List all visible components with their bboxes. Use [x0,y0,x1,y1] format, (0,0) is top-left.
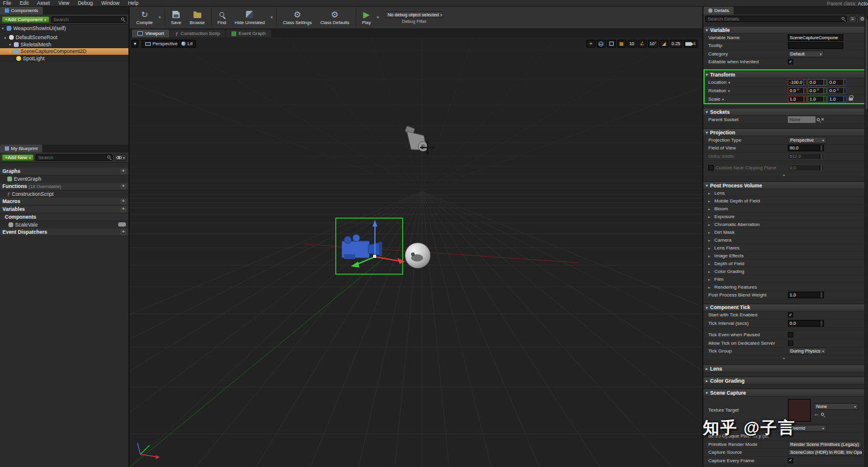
menu-window[interactable]: Window [101,0,119,6]
row-ppv-camera[interactable]: Camera [703,236,864,244]
row-ppv-lens[interactable]: Lens [703,189,864,197]
expander-icon[interactable] [708,277,712,281]
lock-icon[interactable] [849,98,853,101]
hide-unrelated-button[interactable]: Hide Unrelated [230,7,269,28]
play-options-button[interactable]: ▾ [375,7,380,28]
blend-weight-field[interactable]: 1.0 [788,292,824,298]
surface-snap-button[interactable] [607,40,616,48]
rotation-snap-value[interactable]: 10° [648,40,658,48]
functions-header[interactable]: Functions (18 Overridable) [0,183,128,190]
browse-button[interactable]: Browse [186,7,209,28]
save-button[interactable]: Save [167,7,186,28]
list-item-event-graph[interactable]: EventGraph [0,175,128,183]
menu-debug[interactable]: Debug [78,0,93,6]
reference-sphere[interactable] [405,243,430,268]
expander-icon[interactable] [708,207,712,211]
tick-group-dropdown[interactable]: During Physics [788,348,826,354]
tree-item-skeletal-mesh[interactable]: SkeletalMesh [0,41,128,48]
list-item-scalevale[interactable]: ScaleVale [0,221,128,228]
texture-target-dropdown[interactable]: None [814,403,858,410]
section-lens[interactable]: Lens [703,365,864,372]
variable-type-pill[interactable] [118,222,126,227]
near-clip-field[interactable]: 0.0 [788,165,824,171]
row-ppv-bloom[interactable]: Bloom [703,205,864,213]
fov-field[interactable]: 90.0 [788,145,824,151]
expander-icon[interactable] [9,42,13,46]
menu-file[interactable]: File [3,0,11,6]
section-sockets[interactable]: Sockets [703,108,864,116]
add-graph-button[interactable] [121,169,126,174]
add-variable-button[interactable] [121,207,126,212]
location-y-field[interactable]: 0.0 [808,79,826,86]
world-local-toggle[interactable] [597,40,606,48]
list-item-construction-script[interactable]: ƒ ConstructionScript [0,190,128,198]
lit-mode-button[interactable]: Lit [178,40,196,48]
debug-object-dropdown[interactable]: No debug object selected [385,11,443,18]
section-transform[interactable]: Transform [703,71,864,78]
add-function-button[interactable] [121,184,126,189]
expander-icon[interactable] [708,246,712,250]
tick-dedicated-checkbox[interactable] [788,340,793,346]
viewport-options-button[interactable]: ▾ [131,40,139,48]
expander-icon[interactable] [708,215,712,219]
menu-help[interactable]: Help [128,0,138,6]
expander-icon[interactable] [9,49,13,54]
variables-category-components[interactable]: Components [0,213,128,221]
components-search-input[interactable] [51,16,127,23]
details-view-options-button[interactable]: ≡ [849,16,857,22]
start-tick-checkbox[interactable] [788,312,793,318]
tab-components[interactable]: Components [0,7,43,14]
camera-speed-button[interactable]: 4 [684,40,697,48]
browse-asset-icon[interactable] [821,413,824,416]
advanced-expander[interactable] [703,172,864,177]
capture-source-dropdown[interactable]: SceneColor (HDR) in RGB, Inv Opaci [788,449,863,456]
expander-icon[interactable] [708,238,712,242]
menu-view[interactable]: View [58,0,69,6]
chevron-down-icon[interactable] [728,89,732,93]
parent-class-link[interactable]: Acto [858,1,868,7]
macros-header[interactable]: Macros [0,198,128,205]
section-post-process[interactable]: Post Process Volume [703,181,864,189]
row-ppv-color-grading[interactable]: Color Grading [703,268,864,275]
scale-snap-value[interactable]: 0.25 [670,40,682,48]
socket-search-icon[interactable] [817,118,820,121]
section-scene-capture[interactable]: Scene Capture [703,389,864,396]
row-ppv-mobile-dof[interactable]: Mobile Depth of Field [703,197,864,205]
tick-interval-field[interactable]: 0.0 [788,320,824,327]
parent-socket-field[interactable]: None [788,116,816,123]
row-ppv-image-effects[interactable]: Image Effects [703,252,864,260]
rotation-z-field[interactable]: 0.0 ° [828,87,846,94]
primitive-render-mode-dropdown[interactable]: Render Scene Primitives (Legacy) [788,441,861,448]
expander-icon[interactable] [708,230,712,234]
tree-item-spotlight[interactable]: SpotLight [0,55,128,62]
menu-edit[interactable]: Edit [20,0,29,6]
add-component-button[interactable]: +Add Component [2,16,49,23]
scale-z-field[interactable]: 1.0 [828,96,846,102]
compile-button[interactable]: ↻ Compile [132,7,157,28]
hide-unrelated-options-button[interactable]: ▾ [269,7,274,28]
add-dispatcher-button[interactable] [121,230,126,235]
row-ppv-exposure[interactable]: Exposure [703,213,864,221]
scale-snap-toggle[interactable]: ◢ [659,40,668,48]
tab-details[interactable]: Details [703,7,734,14]
transform-gizmo-button[interactable]: + [587,40,596,48]
section-variable[interactable]: Variable [703,26,864,34]
tab-viewport[interactable]: Viewport [132,30,169,37]
location-x-field[interactable]: -100.0 [788,79,807,86]
tab-my-blueprint[interactable]: My Blueprint [0,145,42,152]
class-defaults-button[interactable]: ⚙ Class Defaults [316,7,353,28]
grid-snap-toggle[interactable]: ▦ [617,40,626,48]
play-button[interactable]: ▶ Play [358,7,376,28]
variables-header[interactable]: Variables [0,205,128,213]
perspective-button[interactable]: Perspective [142,40,181,48]
tree-item-scene-capture[interactable]: SceneCaptureComponent2D [0,48,128,55]
capture-every-frame-checkbox[interactable] [788,458,793,463]
viewport-3d[interactable]: ▾ Perspective Lit + ▦ 10 ∠ 10° ◢ 0.25 4 [130,37,702,467]
row-ppv-chromatic[interactable]: Chromatic Aberration [703,221,864,228]
tooltip-field[interactable] [788,42,843,49]
near-clip-checkbox[interactable] [708,165,714,171]
expander-icon[interactable] [4,36,8,40]
ortho-width-field[interactable]: 512.0 [788,153,824,160]
row-ppv-dirt-mask[interactable]: Dirt Mask [703,228,864,236]
row-ppv-lens-flares[interactable]: Lens Flares [703,244,864,252]
